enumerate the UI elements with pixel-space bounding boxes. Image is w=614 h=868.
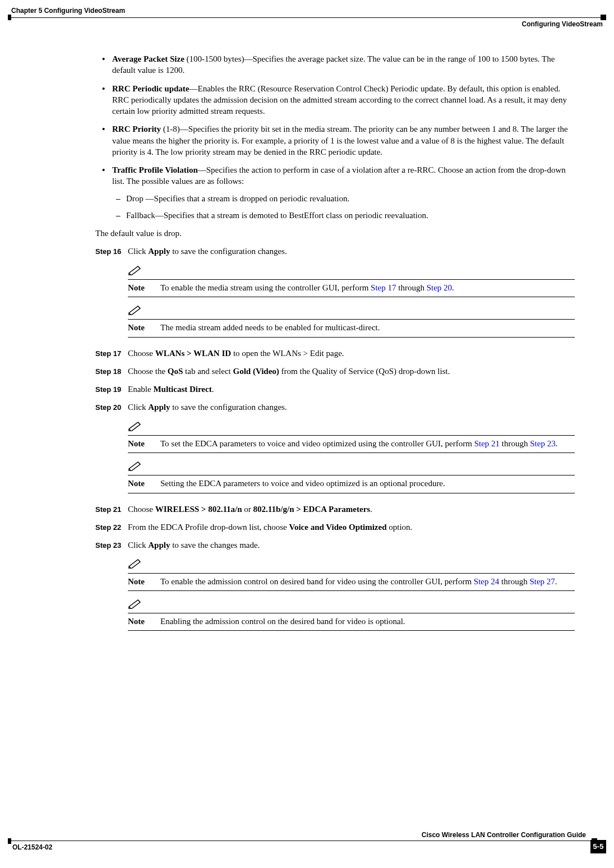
step-body: Click Apply to save the changes made. No… [128, 539, 575, 634]
bold-text: Multicast Direct [153, 385, 211, 394]
note-body: Setting the EDCA parameters to voice and… [160, 478, 575, 489]
note-2: Note The media stream added needs to be … [128, 305, 575, 338]
step-label: Step 23 [95, 539, 128, 634]
text: to save the changes made. [170, 541, 260, 550]
text: through [500, 439, 530, 448]
step-17: Step 17 Choose WLANs > WLAN ID to open t… [95, 348, 575, 359]
step-label: Step 17 [95, 348, 128, 359]
pencil-icon [128, 421, 575, 434]
step-23: Step 23 Click Apply to save the changes … [95, 539, 575, 634]
note-label: Note [128, 322, 160, 333]
pencil-icon [128, 461, 575, 474]
text: . [370, 505, 372, 514]
bullet-list: Average Packet Size (100-1500 bytes)—Spe… [95, 53, 575, 221]
bullet-desc: (1-8)—Specifies the priority bit set in … [112, 124, 568, 156]
pencil-icon [128, 558, 575, 571]
text: to open the WLANs > Edit page. [231, 349, 344, 358]
bullet-rrc-periodic: RRC Periodic update—Enables the RRC (Res… [112, 83, 575, 117]
text: through [499, 577, 529, 586]
pencil-icon [128, 265, 575, 278]
text: Enable [128, 385, 153, 394]
text: Choose [128, 505, 155, 514]
header-rule [8, 17, 606, 18]
text: from the Quality of Service (QoS) drop-d… [279, 367, 450, 376]
text: through [396, 283, 427, 292]
bold-text: Apply [148, 541, 170, 550]
bold-text: QoS [168, 367, 183, 376]
note-label: Note [128, 438, 160, 449]
footer-rule [8, 841, 590, 841]
text: to save the configuration changes. [170, 403, 287, 412]
link-step-21[interactable]: Step 21 [474, 439, 500, 448]
link-step-24[interactable]: Step 24 [474, 577, 499, 586]
step-18: Step 18 Choose the QoS tab and select Go… [95, 366, 575, 377]
link-step-27[interactable]: Step 27 [529, 577, 555, 586]
text: . [555, 577, 557, 586]
default-value-text: The default value is drop. [95, 228, 575, 239]
note-6: Note Enabling the admission control on t… [128, 599, 575, 631]
footer-doc-number: OL-21524-02 [12, 843, 52, 851]
note-1: Note To enable the media stream using th… [128, 265, 575, 298]
bullet-title: RRC Priority [112, 124, 161, 133]
text: . [556, 439, 558, 448]
text: Click [128, 541, 148, 550]
text: Click [128, 247, 148, 256]
step-label: Step 18 [95, 366, 128, 377]
note-4: Note Setting the EDCA parameters to voic… [128, 461, 575, 493]
note-label: Note [128, 478, 160, 489]
step-label: Step 19 [95, 384, 128, 395]
note-body: To enable the media stream using the con… [160, 282, 575, 293]
link-step-23[interactable]: Step 23 [530, 439, 555, 448]
note-label: Note [128, 576, 160, 587]
bullet-title: RRC Periodic update [112, 84, 190, 93]
header-chapter: Chapter 5 Configuring VideoStream [11, 7, 125, 15]
text: . [452, 283, 454, 292]
step-body: Choose WLANs > WLAN ID to open the WLANs… [128, 348, 575, 359]
note-body: The media stream added needs to be enabl… [160, 322, 575, 333]
text: To enable the media stream using the con… [160, 283, 371, 292]
step-label: Step 21 [95, 504, 128, 515]
bold-text: 802.11b/g/n > EDCA Parameters [253, 505, 371, 514]
footer-guide-title: Cisco Wireless LAN Controller Configurat… [422, 831, 586, 839]
bold-text: Voice and Video Optimized [289, 523, 386, 532]
note-body: Enabling the admission control on the de… [160, 616, 575, 627]
step-body: Choose the QoS tab and select Gold (Vide… [128, 366, 575, 377]
bold-text: Apply [148, 247, 170, 256]
link-step-20[interactable]: Step 20 [427, 283, 452, 292]
page: Chapter 5 Configuring VideoStream Config… [0, 0, 614, 868]
bold-text: WLANs > WLAN ID [155, 349, 231, 358]
note-body: To set the EDCA parameters to voice and … [160, 438, 575, 449]
note-5: Note To enable the admission control on … [128, 558, 575, 591]
bullet-title: Average Packet Size [112, 54, 184, 63]
text: From the EDCA Profile drop-down list, ch… [128, 523, 289, 532]
bullet-traffic-violation: Traffic Profile Violation—Specifies the … [112, 164, 575, 221]
step-label: Step 22 [95, 521, 128, 533]
text: Choose [128, 349, 155, 358]
step-body: Enable Multicast Direct. [128, 384, 575, 395]
sub-bullet-drop: Drop —Specifies that a stream is dropped… [126, 193, 575, 204]
bold-text: WIRELESS > 802.11a/n [155, 505, 242, 514]
header-section: Configuring VideoStream [522, 20, 603, 28]
step-body: Choose WIRELESS > 802.11a/n or 802.11b/g… [128, 504, 575, 515]
bullet-title: Traffic Profile Violation [112, 165, 198, 174]
sub-bullet-list: Drop —Specifies that a stream is dropped… [112, 193, 575, 221]
step-19: Step 19 Enable Multicast Direct. [95, 384, 575, 395]
pencil-icon [128, 305, 575, 318]
text: to save the configuration changes. [170, 247, 287, 256]
step-body: Click Apply to save the configuration ch… [128, 401, 575, 496]
step-16: Step 16 Click Apply to save the configur… [95, 246, 575, 340]
step-body: From the EDCA Profile drop-down list, ch… [128, 521, 575, 533]
bullet-rrc-priority: RRC Priority (1-8)—Specifies the priorit… [112, 123, 575, 158]
text: tab and select [183, 367, 233, 376]
note-label: Note [128, 616, 160, 627]
text: To set the EDCA parameters to voice and … [160, 439, 474, 448]
note-label: Note [128, 282, 160, 293]
bold-text: Apply [148, 403, 170, 412]
text: To enable the admission control on desir… [160, 577, 474, 586]
text: Choose the [128, 367, 168, 376]
link-step-17[interactable]: Step 17 [371, 283, 396, 292]
step-label: Step 20 [95, 401, 128, 496]
footer-page-number: 5-5 [590, 840, 606, 853]
sub-bullet-fallback: Fallback—Specifies that a stream is demo… [126, 210, 575, 221]
step-label: Step 16 [95, 246, 128, 340]
